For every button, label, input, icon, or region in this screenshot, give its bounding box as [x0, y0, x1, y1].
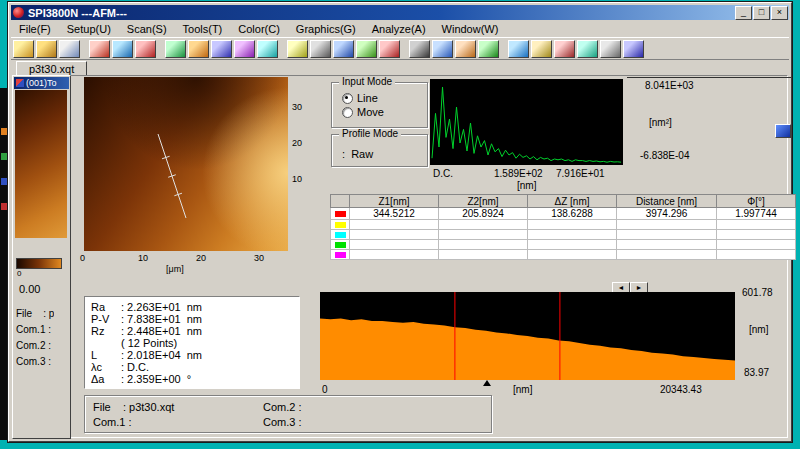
- toolbar-icon-level[interactable]: [379, 40, 400, 58]
- thumb-file-label: File : p: [16, 308, 54, 319]
- afm-image[interactable]: [84, 77, 288, 251]
- profile-y-unit: [nm]: [749, 324, 768, 335]
- column-header: Z2[nm]: [439, 195, 528, 208]
- spectrum-y-min: -6.838E-04: [640, 150, 689, 161]
- table-cell: [717, 240, 796, 250]
- table-row[interactable]: [331, 240, 796, 250]
- radio-option-move[interactable]: Move: [342, 105, 427, 119]
- toolbar-icon-roughness[interactable]: [310, 40, 331, 58]
- menu-item-setup[interactable]: Setup(U): [59, 21, 119, 37]
- app-icon: [13, 7, 24, 18]
- radio-line[interactable]: [342, 93, 353, 104]
- table-cell: 1.997744: [717, 208, 796, 220]
- stat-value: : 2.359E+00 °: [121, 373, 191, 385]
- profile-mode-title: Profile Mode: [339, 129, 401, 139]
- menu-item-tools[interactable]: Tools(T): [175, 21, 231, 37]
- thumb-com3-label: Com.3 :: [16, 356, 51, 367]
- maximize-button[interactable]: □: [753, 6, 770, 20]
- column-header: Φ[°]: [717, 195, 796, 208]
- palette-icon[interactable]: [775, 124, 791, 138]
- table-cell: [439, 230, 528, 240]
- radio-label: Line: [357, 92, 378, 104]
- spectrum-x-left: D.C.: [433, 168, 453, 179]
- table-cell: [617, 230, 717, 240]
- toolbar-icon-export[interactable]: [89, 40, 110, 58]
- toolbar-icon-scan-stop[interactable]: [135, 40, 156, 58]
- toolbar-icon-grain[interactable]: [356, 40, 377, 58]
- radio-label: Move: [357, 106, 384, 118]
- table-row[interactable]: 344.5212205.8924138.62883974.2961.997744: [331, 208, 796, 220]
- toolbar-icon-open[interactable]: [13, 40, 34, 58]
- stat-line: P-V: 7.838E+01 nm: [91, 313, 299, 325]
- table-row[interactable]: [331, 220, 796, 230]
- afm-x-tick: 0: [80, 254, 85, 264]
- row-color-swatch: [335, 211, 346, 217]
- stat-line: L: 2.018E+04 nm: [91, 349, 299, 361]
- menu-item-graphics[interactable]: Graphics(G): [288, 21, 364, 37]
- toolbar-icon-measure[interactable]: [455, 40, 476, 58]
- toolbar-icon-zoom[interactable]: [432, 40, 453, 58]
- toolbar-icon-copy[interactable]: [508, 40, 529, 58]
- toolbar-icon-scan-start[interactable]: [112, 40, 133, 58]
- toolbar-icon-print[interactable]: [59, 40, 80, 58]
- radio-move[interactable]: [342, 107, 353, 118]
- profile-x-min: 0: [322, 384, 328, 395]
- toolbar-icon-save[interactable]: [36, 40, 57, 58]
- stat-value: : D.C.: [121, 361, 149, 373]
- background-icon: [1, 203, 8, 210]
- toolbar-icon-3d-view[interactable]: [211, 40, 232, 58]
- row-color-swatch: [335, 232, 346, 238]
- menu-item-scan[interactable]: Scan(S): [119, 21, 175, 37]
- toolbar-icon-macro[interactable]: [577, 40, 598, 58]
- toolbar-icon-palette[interactable]: [234, 40, 255, 58]
- table-cell: [439, 220, 528, 230]
- spectrum-y-max: 8.041E+03: [645, 80, 694, 91]
- stat-value: : 2.263E+01 nm: [121, 301, 202, 313]
- background-icon: [1, 178, 8, 185]
- toolbar-icon-fft[interactable]: [333, 40, 354, 58]
- child-window-title-bar[interactable]: (001)To: [14, 77, 69, 89]
- toolbar-icon-annotate[interactable]: [478, 40, 499, 58]
- toolbar-icon-report[interactable]: [554, 40, 575, 58]
- profile-marker[interactable]: [483, 380, 491, 386]
- row-color-swatch: [335, 222, 346, 228]
- thumb-com1-label: Com.1 :: [16, 324, 51, 335]
- thumbnail-afm-image[interactable]: [15, 90, 67, 238]
- toolbar-icon-image[interactable]: [188, 40, 209, 58]
- table-cell: [528, 220, 617, 230]
- minimize-button[interactable]: _: [735, 6, 752, 20]
- column-header: ΔZ [nm]: [528, 195, 617, 208]
- spectrum-plot[interactable]: [430, 79, 623, 165]
- table-cell: 3974.296: [617, 208, 717, 220]
- toolbar-icon-filter[interactable]: [409, 40, 430, 58]
- profile-plot[interactable]: [320, 292, 735, 380]
- row-color-swatch: [335, 252, 346, 258]
- profile-area: [320, 318, 735, 380]
- table-row[interactable]: [331, 230, 796, 240]
- toolbar-icon-histogram[interactable]: [257, 40, 278, 58]
- menu-item-analyze[interactable]: Analyze(A): [364, 21, 434, 37]
- menu-item-file[interactable]: File(F): [11, 21, 59, 37]
- table-cell: [350, 220, 439, 230]
- toolbar-icon-help[interactable]: [623, 40, 644, 58]
- close-button[interactable]: ×: [771, 6, 788, 20]
- radio-option-line[interactable]: Line: [342, 91, 427, 105]
- toolbar: [11, 37, 789, 60]
- stat-line: ( 12 Points): [91, 337, 299, 349]
- child-window-001[interactable]: (001)To 0 0.00 File : p Com.1 : Com.2 : …: [12, 75, 71, 439]
- stat-label: L: [91, 349, 121, 361]
- title-bar[interactable]: SPI3800N ---AFM--- _ □ ×: [11, 5, 789, 20]
- menu-item-color[interactable]: Color(C): [230, 21, 288, 37]
- input-mode-group: Input Mode LineMove: [331, 82, 428, 128]
- color-scale-bar: [16, 258, 62, 269]
- toolbar-icon-layout[interactable]: [531, 40, 552, 58]
- menu-item-window[interactable]: Window(W): [434, 21, 507, 37]
- scale-line: [627, 77, 791, 78]
- toolbar-icon-settings[interactable]: [600, 40, 621, 58]
- color-scale-tick: 0: [17, 270, 21, 279]
- table-row[interactable]: [331, 250, 796, 260]
- toolbar-icon-capture[interactable]: [165, 40, 186, 58]
- table-cell: [439, 250, 528, 260]
- toolbar-icon-section[interactable]: [287, 40, 308, 58]
- afm-x-tick: 20: [196, 254, 206, 264]
